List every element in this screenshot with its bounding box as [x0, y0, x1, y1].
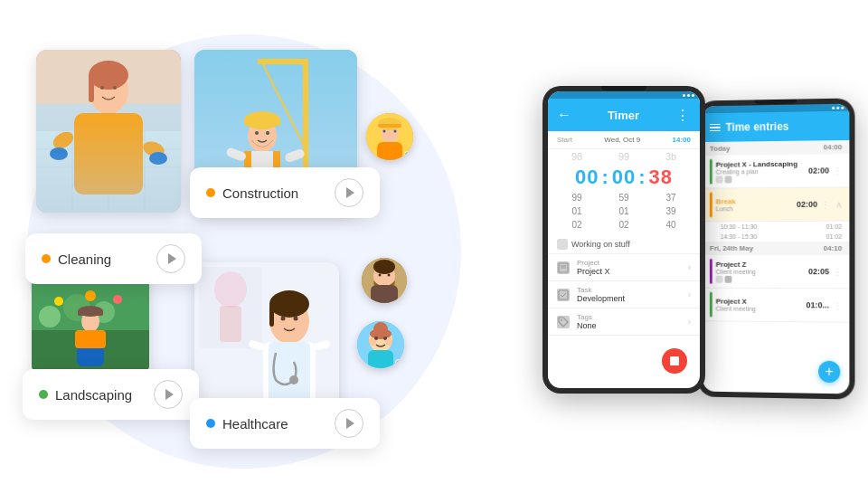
svg-point-37 [39, 306, 61, 327]
svg-rect-73 [371, 285, 398, 303]
menu-icon[interactable]: ⋮ [675, 107, 691, 124]
timer-screen: ← Timer ⋮ Start Wed, Oct 9 14:00 98 99 3… [548, 91, 700, 388]
fab-add-button[interactable]: + [818, 361, 840, 384]
ptag-1 [716, 275, 723, 282]
healthcare-label: Healthcare [206, 416, 288, 432]
menu-line-1 [710, 124, 721, 126]
svg-rect-58 [269, 304, 274, 327]
today-label: Today [710, 145, 731, 153]
tag-1 [716, 176, 723, 183]
start-label: Start [557, 136, 572, 144]
entry-break-more-icon[interactable]: ⋮ [821, 199, 830, 209]
expand-icon[interactable]: ∧ [835, 199, 842, 209]
entry-projx-fri-time: 01:0... [806, 300, 829, 309]
entry-projx-fri-more-icon[interactable]: ⋮ [833, 300, 842, 310]
avatar-construction [366, 113, 413, 160]
timer-seconds: 38 [649, 166, 673, 189]
entries-screen: Time entries Today 04:00 Project X - Lan… [703, 104, 849, 394]
entry-projz-more-icon[interactable]: ⋮ [833, 267, 842, 277]
menu-line-3 [710, 130, 721, 132]
sub3-3: 40 [665, 220, 675, 230]
project-icon [557, 261, 570, 274]
cleaning-play-btn[interactable] [156, 244, 185, 273]
num-top-2: 99 [618, 151, 629, 162]
landscaping-play-btn[interactable] [154, 380, 183, 409]
cleaning-text: Cleaning [58, 252, 111, 267]
timer-title: Timer [608, 109, 639, 122]
entry-break-time: 02:00 [797, 200, 817, 209]
timer-sub-2: 01 01 39 [548, 204, 700, 218]
svg-point-15 [149, 152, 167, 165]
entry-project-x-fri[interactable]: Project X Client meeting 01:0... ⋮ [703, 289, 849, 323]
entry-projx-fri-content: Project X Client meeting [716, 298, 803, 313]
timer-numbers-top: 98 99 3b [548, 149, 700, 164]
fri-section-header: Fri, 24th May 04:10 [703, 242, 849, 255]
entry-landscaping-tags [716, 175, 805, 183]
svg-point-75 [388, 274, 391, 277]
field-task[interactable]: Task Development › [548, 281, 700, 308]
photo-cleaning [36, 50, 181, 213]
healthcare-play-btn[interactable] [335, 409, 363, 438]
sub-time-1: 10:30 - 11:30 01:02 [703, 222, 849, 232]
svg-point-89 [561, 319, 562, 321]
status-bar [548, 91, 700, 99]
card-healthcare[interactable]: Healthcare [190, 398, 380, 449]
construction-play-btn[interactable] [335, 178, 363, 207]
svg-rect-2 [36, 131, 181, 213]
timer-hours: 00 [575, 166, 599, 189]
stop-icon [670, 356, 679, 365]
svg-point-33 [255, 131, 259, 135]
entry-project-z[interactable]: Project Z Client meeting 02:05 ⋮ [703, 255, 849, 289]
back-arrow-icon[interactable]: ← [557, 107, 571, 123]
entry-break[interactable]: Break Lunch 02:00 ⋮ ∧ [703, 187, 849, 222]
entry-landscaping-more-icon[interactable]: ⋮ [833, 166, 842, 176]
sub-time-label-2: 14:30 - 15:30 [721, 233, 758, 240]
field-project[interactable]: Project Project X › [548, 254, 700, 281]
svg-rect-66 [378, 124, 401, 128]
entry-color-orange [710, 192, 712, 217]
svg-point-60 [294, 317, 298, 321]
task-content: Task Development [577, 286, 681, 303]
card-landscaping[interactable]: Landscaping [23, 369, 199, 420]
timer-status-row: Working on stuff [548, 235, 700, 254]
svg-point-68 [383, 130, 386, 133]
task-icon [557, 289, 570, 301]
stop-button[interactable] [662, 348, 687, 374]
svg-point-40 [118, 298, 144, 323]
entries-title: Time entries [726, 120, 789, 134]
healthcare-dot [206, 419, 215, 428]
svg-rect-13 [89, 75, 94, 102]
card-construction[interactable]: Construction [190, 167, 380, 218]
avatar-3-status-dot [395, 359, 402, 366]
svg-point-12 [89, 61, 128, 90]
sub-time-label-1: 10:30 - 11:30 [721, 223, 758, 230]
hamburger-menu-icon[interactable] [710, 124, 721, 132]
svg-point-74 [379, 274, 382, 277]
date-value: Wed, Oct 9 [604, 136, 640, 144]
timer-date-row: Start Wed, Oct 9 14:00 [548, 131, 700, 149]
svg-rect-67 [377, 142, 402, 160]
landscaping-label: Landscaping [39, 387, 132, 403]
field-tags[interactable]: Tags None › [548, 308, 700, 336]
entry-projx-fri-sub: Client meeting [716, 306, 803, 313]
card-cleaning[interactable]: Cleaning [25, 233, 202, 284]
entry-projz-name: Project Z [716, 260, 805, 268]
landscaping-text: Landscaping [55, 387, 132, 403]
svg-point-57 [269, 290, 309, 318]
svg-point-11 [141, 138, 166, 159]
time-value: 14:00 [673, 136, 691, 144]
fri-total: 04:10 [824, 244, 843, 252]
today-total: 04:00 [824, 143, 843, 151]
entry-landscaping[interactable]: Project X - Landscaping Creating a plan … [703, 154, 849, 189]
entries-header: Time entries [703, 111, 849, 142]
svg-point-42 [85, 290, 96, 301]
entry-color-green [710, 159, 712, 185]
sub-time-2: 14:30 - 15:30 01:02 [703, 232, 849, 242]
svg-rect-88 [559, 290, 568, 299]
sub3-1: 02 [571, 220, 581, 230]
svg-point-72 [373, 260, 395, 274]
entry-landscaping-sub: Creating a plan [716, 167, 805, 175]
svg-point-34 [266, 131, 269, 135]
status-text: Working on stuff [571, 240, 630, 249]
task-label: Task [577, 286, 681, 294]
